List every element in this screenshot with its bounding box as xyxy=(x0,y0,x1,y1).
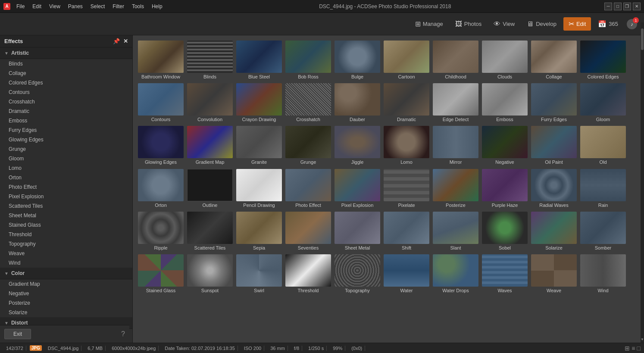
effect-item-topography[interactable]: Topography xyxy=(334,253,381,294)
effect-item-wind[interactable]: Wind xyxy=(579,253,627,294)
menu-help[interactable]: Help xyxy=(148,2,166,11)
menu-filter[interactable]: Filter xyxy=(109,2,128,11)
sidebar-item-scattered-tiles[interactable]: Scattered Tiles xyxy=(0,201,132,211)
effect-item-dramatic[interactable]: Dramatic xyxy=(383,82,430,123)
pin-icon[interactable]: 📌 xyxy=(113,38,120,44)
effect-item-dauber[interactable]: Dauber xyxy=(334,82,381,123)
menu-edit[interactable]: Edit xyxy=(29,2,45,11)
effect-item-solarize[interactable]: Solarize xyxy=(530,211,578,252)
effect-item-sheet-metal[interactable]: Sheet Metal xyxy=(334,211,381,252)
sidebar-item-orton[interactable]: Orton xyxy=(0,173,132,182)
exit-button[interactable]: Exit xyxy=(4,329,31,339)
sidebar-item-lomo[interactable]: Lomo xyxy=(0,163,132,173)
sidebar-item-pixel-explosion[interactable]: Pixel Explosion xyxy=(0,192,132,201)
sidebar-item-blinds[interactable]: Blinds xyxy=(0,59,132,69)
effect-item-weave[interactable]: Weave xyxy=(530,253,578,294)
sidebar-item-grunge[interactable]: Grunge xyxy=(0,144,132,154)
sidebar-item-collage[interactable]: Collage xyxy=(0,69,132,78)
preview-icon[interactable]: □ xyxy=(637,345,641,352)
effect-item-blue-steel[interactable]: Blue Steel xyxy=(235,40,283,81)
list-view-icon[interactable]: ≡ xyxy=(631,345,635,352)
effect-item-threshold[interactable]: Threshold xyxy=(284,253,332,294)
effect-item-sunspot[interactable]: Sunspot xyxy=(186,253,234,294)
effect-item-old[interactable]: Old xyxy=(579,125,627,166)
effect-item-shift[interactable]: Shift xyxy=(383,211,430,252)
effect-item-emboss[interactable]: Emboss xyxy=(481,82,528,123)
effect-item-pixel-explosion[interactable]: Pixel Explosion xyxy=(334,168,381,209)
effect-item-somber[interactable]: Somber xyxy=(579,211,627,252)
effect-item-jiggle[interactable]: Jiggle xyxy=(334,125,381,166)
effect-item-sepia[interactable]: Sepia xyxy=(235,211,283,252)
effect-item-pixelate[interactable]: Pixelate xyxy=(383,168,430,209)
sidebar-item-emboss[interactable]: Emboss xyxy=(0,116,132,125)
close-button[interactable]: ✕ xyxy=(633,3,641,10)
menu-tools[interactable]: Tools xyxy=(128,2,147,11)
effect-item-negative[interactable]: Negative xyxy=(481,125,528,166)
effect-item-stained-glass[interactable]: Stained Glass xyxy=(137,253,184,294)
effect-item-furry-edges[interactable]: Furry Edges xyxy=(530,82,578,123)
sidebar-item-stained-glass[interactable]: Stained Glass xyxy=(0,220,132,230)
sidebar-item-crosshatch[interactable]: Crosshatch xyxy=(0,97,132,106)
section-artistic[interactable]: ▼ Artistic xyxy=(0,47,132,59)
sidebar-item-contours[interactable]: Contours xyxy=(0,87,132,97)
effects-grid[interactable]: Bathroom WindowBlindsBlue SteelBob RossB… xyxy=(133,35,644,343)
help-icon[interactable]: ? xyxy=(121,330,125,338)
effect-item-crayon-drawing[interactable]: Crayon Drawing xyxy=(235,82,283,123)
sidebar-item-colored-edges[interactable]: Colored Edges xyxy=(0,78,132,87)
sidebar-item-topography[interactable]: Topography xyxy=(0,239,132,249)
effect-item-bob-ross[interactable]: Bob Ross xyxy=(284,40,332,81)
effect-item-swirl[interactable]: Swirl xyxy=(235,253,283,294)
effect-item-rain[interactable]: Rain xyxy=(579,168,627,209)
effect-item-crosshatch[interactable]: Crosshatch xyxy=(284,82,332,123)
maximize-button[interactable]: □ xyxy=(614,3,622,10)
effect-item-bathroom-window[interactable]: Bathroom Window xyxy=(137,40,184,81)
effect-item-edge-detect[interactable]: Edge Detect xyxy=(432,82,479,123)
sidebar-item-gradient-map[interactable]: Gradient Map xyxy=(0,279,132,289)
effect-item-lomo[interactable]: Lomo xyxy=(383,125,430,166)
effect-item-waves[interactable]: Waves xyxy=(481,253,528,294)
effect-item-glowing-edges[interactable]: Glowing Edges xyxy=(137,125,184,166)
effect-item-sobel[interactable]: Sobel xyxy=(481,211,528,252)
effect-item-slant[interactable]: Slant xyxy=(432,211,479,252)
effect-item-photo-effect[interactable]: Photo Effect xyxy=(284,168,332,209)
effect-item-seventies[interactable]: Seventies xyxy=(284,211,332,252)
sidebar-content[interactable]: ▼ Artistic Blinds Collage Colored Edges … xyxy=(0,47,132,343)
sidebar-item-solarize[interactable]: Solarize xyxy=(0,308,132,317)
effect-item-water-drops[interactable]: Water Drops xyxy=(432,253,479,294)
minimize-button[interactable]: ─ xyxy=(604,3,612,10)
grid-view-icon[interactable]: ⊞ xyxy=(625,345,630,352)
effect-item-grunge[interactable]: Grunge xyxy=(284,125,332,166)
effect-item-ripple[interactable]: Ripple xyxy=(137,211,184,252)
effect-item-outline[interactable]: Outline xyxy=(186,168,234,209)
effect-item-mirror[interactable]: Mirror xyxy=(432,125,479,166)
menu-select[interactable]: Select xyxy=(87,2,108,11)
sidebar-item-weave[interactable]: Weave xyxy=(0,249,132,258)
sidebar-item-wind[interactable]: Wind xyxy=(0,258,132,268)
effect-item-collage[interactable]: Collage xyxy=(530,40,578,81)
effect-item-blinds[interactable]: Blinds xyxy=(186,40,234,81)
effect-item-contours[interactable]: Contours xyxy=(137,82,184,123)
effect-item-radial-waves[interactable]: Radial Waves xyxy=(530,168,578,209)
photos-button[interactable]: 🖼 Photos xyxy=(450,18,487,31)
view-button[interactable]: 👁 View xyxy=(488,18,520,31)
sidebar-item-furry-edges[interactable]: Furry Edges xyxy=(0,125,132,135)
menu-view[interactable]: View xyxy=(46,2,64,11)
close-sidebar-icon[interactable]: ✕ xyxy=(123,38,128,44)
effect-item-gradient-map[interactable]: Gradient Map xyxy=(186,125,234,166)
365-button[interactable]: 📅 365 xyxy=(593,17,623,31)
effect-item-water[interactable]: Water xyxy=(383,253,430,294)
effect-item-oil-paint[interactable]: Oil Paint xyxy=(530,125,578,166)
sidebar-item-gloom[interactable]: Gloom xyxy=(0,154,132,163)
effect-item-convolution[interactable]: Convolution xyxy=(186,82,234,123)
effect-item-colored-edges[interactable]: Colored Edges xyxy=(579,40,627,81)
effect-item-cartoon[interactable]: Cartoon xyxy=(383,40,430,81)
menu-panes[interactable]: Panes xyxy=(65,2,86,11)
effect-item-scattered-tiles[interactable]: Scattered Tiles xyxy=(186,211,234,252)
sidebar-item-glowing-edges[interactable]: Glowing Edges xyxy=(0,135,132,144)
effect-item-posterize[interactable]: Posterize xyxy=(432,168,479,209)
effect-item-pencil-drawing[interactable]: Pencil Drawing xyxy=(235,168,283,209)
sidebar-item-posterize[interactable]: Posterize xyxy=(0,298,132,308)
restore-button[interactable]: ❐ xyxy=(623,3,631,10)
effect-item-clouds[interactable]: Clouds xyxy=(481,40,528,81)
sidebar-item-dramatic[interactable]: Dramatic xyxy=(0,106,132,116)
